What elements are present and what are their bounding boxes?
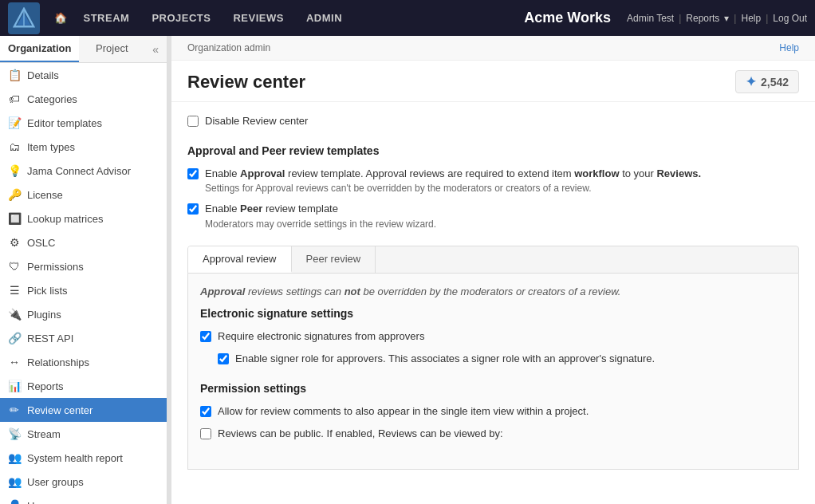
sidebar-item-label: Item types bbox=[27, 141, 75, 153]
sidebar-item-user-groups[interactable]: 👥 User groups bbox=[0, 470, 167, 494]
disable-checkbox-row: Disable Review center bbox=[187, 114, 799, 128]
admin-test-link[interactable]: Admin Test bbox=[627, 13, 674, 24]
require-signatures-checkbox[interactable] bbox=[200, 331, 211, 342]
sidebar: Organization Project « 📋 Details 🏷 Categ… bbox=[0, 36, 167, 504]
tab-organization[interactable]: Organization bbox=[0, 36, 79, 62]
sep1: | bbox=[679, 13, 681, 24]
tab-peer-review[interactable]: Peer review bbox=[292, 246, 376, 273]
sidebar-item-details[interactable]: 📋 Details bbox=[0, 63, 167, 87]
main-layout: Organization Project « 📋 Details 🏷 Categ… bbox=[0, 36, 815, 504]
main-header: Organization admin Help bbox=[171, 36, 815, 61]
sidebar-item-label: Categories bbox=[27, 93, 77, 105]
sidebar-item-stream[interactable]: 📡 Stream bbox=[0, 422, 167, 446]
reports-link[interactable]: Reports bbox=[686, 13, 719, 24]
peer-bold: Peer bbox=[240, 203, 262, 215]
sidebar-item-permissions[interactable]: 🛡 Permissions bbox=[0, 254, 167, 278]
sidebar-item-license[interactable]: 🔑 License bbox=[0, 183, 167, 207]
sidebar-item-oslc[interactable]: ⚙ OSLC bbox=[0, 230, 167, 254]
enable-approval-label: Enable Approval review template. Approva… bbox=[205, 167, 701, 181]
electronic-section-title: Electronic signature settings bbox=[200, 307, 786, 320]
nav-links: STREAM PROJECTS REVIEWS ADMIN bbox=[74, 9, 525, 27]
tab-content: Approval reviews settings can not be ove… bbox=[187, 274, 799, 471]
sidebar-item-jama-advisor[interactable]: 💡 Jama Connect Advisor bbox=[0, 159, 167, 183]
sidebar-item-label: Users bbox=[27, 500, 54, 505]
sidebar-item-editor-templates[interactable]: 📝 Editor templates bbox=[0, 111, 167, 135]
relationships-icon: ↔ bbox=[8, 356, 21, 368]
signer-role-checkbox[interactable] bbox=[218, 353, 229, 364]
sidebar-item-system-health[interactable]: 👥 System health report bbox=[0, 446, 167, 470]
top-navigation: 🏠 STREAM PROJECTS REVIEWS ADMIN Acme Wor… bbox=[0, 0, 815, 36]
plugins-icon: 🔌 bbox=[8, 308, 21, 321]
sidebar-item-rest-api[interactable]: 🔗 REST API bbox=[0, 326, 167, 350]
reviews-public-label[interactable]: Reviews can be public. If enabled, Revie… bbox=[218, 427, 503, 441]
editor-templates-icon: 📝 bbox=[8, 116, 21, 129]
enable-peer-checkbox[interactable] bbox=[187, 203, 199, 215]
peer-sub: Moderators may override settings in the … bbox=[205, 219, 436, 230]
jama-advisor-icon: 💡 bbox=[8, 164, 21, 177]
not-bold: not bbox=[345, 285, 360, 297]
score-value: 2,542 bbox=[761, 76, 789, 89]
sidebar-collapse-button[interactable]: « bbox=[144, 36, 167, 62]
sidebar-item-reports[interactable]: 📊 Reports bbox=[0, 374, 167, 398]
reports-dropdown-icon[interactable]: ▾ bbox=[724, 13, 729, 24]
workflow-bold: workflow bbox=[574, 167, 619, 179]
sidebar-item-label: REST API bbox=[27, 333, 73, 345]
nav-reviews[interactable]: REVIEWS bbox=[223, 9, 293, 27]
sidebar-item-label: Editor templates bbox=[27, 117, 102, 129]
allow-comments-label[interactable]: Allow for review comments to also appear… bbox=[218, 404, 589, 419]
approval-sub: Settings for Approval reviews can't be o… bbox=[205, 183, 701, 194]
enable-approval-checkbox[interactable] bbox=[187, 168, 199, 179]
page-title-row: Review center ✦ 2,542 bbox=[171, 61, 815, 102]
disable-review-checkbox[interactable] bbox=[187, 116, 199, 127]
sidebar-item-users[interactable]: 👤 Users bbox=[0, 494, 167, 504]
home-link[interactable]: 🏠 bbox=[48, 9, 74, 27]
allow-comments-checkbox[interactable] bbox=[200, 406, 211, 417]
sidebar-item-pick-lists[interactable]: ☰ Pick lists bbox=[0, 278, 167, 302]
oslc-icon: ⚙ bbox=[8, 236, 21, 249]
nav-projects[interactable]: PROJECTS bbox=[142, 9, 220, 27]
reviews-public-row: Reviews can be public. If enabled, Revie… bbox=[200, 427, 786, 441]
sidebar-item-lookup-matrices[interactable]: 🔲 Lookup matrices bbox=[0, 207, 167, 230]
breadcrumb: Organization admin bbox=[187, 42, 270, 53]
sidebar-item-plugins[interactable]: 🔌 Plugins bbox=[0, 302, 167, 326]
disable-section: Disable Review center bbox=[187, 114, 799, 128]
sidebar-item-label: Stream bbox=[27, 428, 61, 440]
sidebar-item-label: OSLC bbox=[27, 237, 55, 249]
item-types-icon: 🗂 bbox=[8, 140, 21, 153]
disable-review-label[interactable]: Disable Review center bbox=[205, 114, 308, 128]
require-signatures-label[interactable]: Require electronic signatures from appro… bbox=[218, 329, 424, 344]
brand-name: Acme Works bbox=[524, 10, 611, 26]
sidebar-item-categories[interactable]: 🏷 Categories bbox=[0, 87, 167, 111]
logout-link[interactable]: Log Out bbox=[773, 13, 807, 24]
sidebar-item-relationships[interactable]: ↔ Relationships bbox=[0, 350, 167, 374]
sidebar-item-label: Permissions bbox=[27, 261, 84, 273]
reviews-bold: Reviews. bbox=[656, 167, 701, 179]
reviews-public-checkbox[interactable] bbox=[200, 428, 211, 439]
score-badge: ✦ 2,542 bbox=[735, 70, 799, 93]
sidebar-item-review-center[interactable]: ✏ Review center bbox=[0, 398, 167, 422]
nav-stream[interactable]: STREAM bbox=[74, 9, 140, 27]
enable-peer-text: Enable Peer review template Moderators m… bbox=[205, 202, 436, 229]
users-icon: 👤 bbox=[8, 499, 21, 504]
sidebar-item-label: Details bbox=[27, 69, 59, 81]
approval-section: Approval and Peer review templates Enabl… bbox=[187, 144, 799, 229]
sep3: | bbox=[766, 13, 768, 24]
sidebar-item-label: System health report bbox=[27, 452, 123, 464]
help-link-top[interactable]: Help bbox=[741, 13, 761, 24]
approval-bold: Approval bbox=[240, 167, 285, 179]
app-logo[interactable] bbox=[8, 2, 40, 34]
nav-admin[interactable]: ADMIN bbox=[297, 9, 352, 27]
sidebar-tab-bar: Organization Project « bbox=[0, 36, 167, 63]
system-health-icon: 👥 bbox=[8, 451, 21, 464]
approval-italic-bold: Approval bbox=[200, 285, 245, 297]
content-body: Disable Review center Approval and Peer … bbox=[171, 102, 815, 504]
license-icon: 🔑 bbox=[8, 188, 21, 201]
main-content: Organization admin Help Review center ✦ … bbox=[171, 36, 815, 504]
tab-project[interactable]: Project bbox=[79, 36, 144, 62]
enable-peer-row: Enable Peer review template Moderators m… bbox=[187, 202, 799, 229]
require-signatures-row: Require electronic signatures from appro… bbox=[200, 329, 786, 344]
tab-approval-review[interactable]: Approval review bbox=[188, 246, 292, 273]
help-link[interactable]: Help bbox=[779, 42, 799, 53]
sidebar-item-item-types[interactable]: 🗂 Item types bbox=[0, 135, 167, 159]
signer-role-label[interactable]: Enable signer role for approvers. This a… bbox=[235, 352, 655, 366]
